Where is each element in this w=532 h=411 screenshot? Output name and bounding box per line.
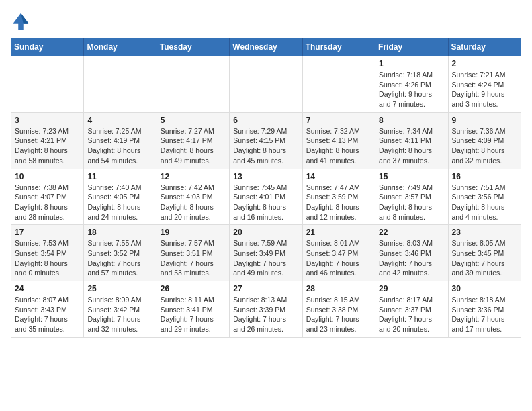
day-number: 18 (87, 228, 152, 237)
day-info: Sunrise: 8:13 AMSunset: 3:39 PMDaylight:… (233, 295, 298, 334)
day-info: Sunrise: 7:34 AMSunset: 4:11 PMDaylight:… (379, 126, 444, 166)
day-info: Sunrise: 7:38 AMSunset: 4:07 PMDaylight:… (15, 183, 80, 222)
calendar-cell: 22Sunrise: 8:03 AMSunset: 3:46 PMDayligh… (375, 225, 448, 281)
day-number: 24 (15, 284, 80, 293)
day-number: 11 (87, 172, 152, 181)
day-number: 17 (15, 228, 80, 237)
day-info: Sunrise: 8:17 AMSunset: 3:37 PMDaylight:… (379, 295, 444, 334)
calendar-cell: 16Sunrise: 7:51 AMSunset: 3:56 PMDayligh… (448, 169, 521, 225)
day-number: 8 (379, 116, 444, 125)
calendar-cell: 28Sunrise: 8:15 AMSunset: 3:38 PMDayligh… (302, 281, 375, 338)
calendar-cell: 5Sunrise: 7:27 AMSunset: 4:17 PMDaylight… (157, 112, 229, 169)
calendar-cell: 20Sunrise: 7:59 AMSunset: 3:49 PMDayligh… (230, 225, 302, 281)
logo-icon (11, 11, 31, 31)
day-info: Sunrise: 7:36 AMSunset: 4:09 PMDaylight:… (452, 126, 517, 166)
day-info: Sunrise: 7:21 AMSunset: 4:24 PMDaylight:… (452, 70, 517, 109)
calendar-cell: 18Sunrise: 7:55 AMSunset: 3:52 PMDayligh… (84, 225, 157, 281)
day-info: Sunrise: 7:49 AMSunset: 3:57 PMDaylight:… (379, 183, 444, 222)
day-info: Sunrise: 7:32 AMSunset: 4:13 PMDaylight:… (306, 126, 371, 166)
day-info: Sunrise: 8:11 AMSunset: 3:41 PMDaylight:… (161, 295, 226, 334)
calendar-cell: 7Sunrise: 7:32 AMSunset: 4:13 PMDaylight… (302, 112, 375, 169)
day-number: 9 (452, 116, 517, 125)
day-number: 27 (233, 284, 298, 293)
day-number: 3 (15, 116, 80, 125)
calendar-cell: 26Sunrise: 8:11 AMSunset: 3:41 PMDayligh… (157, 281, 229, 338)
weekday-header-tuesday: Tuesday (157, 38, 229, 56)
calendar-cell: 8Sunrise: 7:34 AMSunset: 4:11 PMDaylight… (375, 112, 448, 169)
calendar-cell: 9Sunrise: 7:36 AMSunset: 4:09 PMDaylight… (448, 112, 521, 169)
day-number: 4 (87, 116, 152, 125)
day-number: 29 (379, 284, 444, 293)
day-info: Sunrise: 7:27 AMSunset: 4:17 PMDaylight:… (161, 126, 226, 166)
calendar-cell: 30Sunrise: 8:18 AMSunset: 3:36 PMDayligh… (448, 281, 521, 338)
day-info: Sunrise: 7:29 AMSunset: 4:15 PMDaylight:… (233, 126, 298, 166)
calendar-cell: 1Sunrise: 7:18 AMSunset: 4:26 PMDaylight… (375, 56, 448, 113)
day-info: Sunrise: 7:23 AMSunset: 4:21 PMDaylight:… (15, 126, 80, 166)
day-number: 25 (87, 284, 152, 293)
calendar-cell (11, 56, 84, 113)
calendar-week-4: 17Sunrise: 7:53 AMSunset: 3:54 PMDayligh… (11, 225, 521, 281)
weekday-header-friday: Friday (375, 38, 448, 56)
day-number: 21 (306, 228, 371, 237)
calendar-cell: 2Sunrise: 7:21 AMSunset: 4:24 PMDaylight… (448, 56, 521, 113)
calendar-cell: 17Sunrise: 7:53 AMSunset: 3:54 PMDayligh… (11, 225, 84, 281)
weekday-header-wednesday: Wednesday (230, 38, 302, 56)
day-number: 2 (452, 59, 517, 68)
calendar-cell (302, 56, 375, 113)
calendar-week-1: 1Sunrise: 7:18 AMSunset: 4:26 PMDaylight… (11, 56, 521, 113)
day-number: 22 (379, 228, 444, 237)
calendar-cell: 19Sunrise: 7:57 AMSunset: 3:51 PMDayligh… (157, 225, 229, 281)
header (11, 11, 521, 31)
day-number: 26 (161, 284, 226, 293)
calendar-cell: 29Sunrise: 8:17 AMSunset: 3:37 PMDayligh… (375, 281, 448, 338)
day-number: 5 (161, 116, 226, 125)
calendar-cell: 24Sunrise: 8:07 AMSunset: 3:43 PMDayligh… (11, 281, 84, 338)
day-number: 12 (161, 172, 226, 181)
calendar-cell: 25Sunrise: 8:09 AMSunset: 3:42 PMDayligh… (84, 281, 157, 338)
day-number: 10 (15, 172, 80, 181)
calendar-cell (84, 56, 157, 113)
day-number: 23 (452, 228, 517, 237)
day-info: Sunrise: 8:05 AMSunset: 3:45 PMDaylight:… (452, 238, 517, 278)
day-info: Sunrise: 8:01 AMSunset: 3:47 PMDaylight:… (306, 238, 371, 278)
day-info: Sunrise: 7:47 AMSunset: 3:59 PMDaylight:… (306, 183, 371, 222)
calendar-cell: 13Sunrise: 7:45 AMSunset: 4:01 PMDayligh… (230, 169, 302, 225)
day-info: Sunrise: 7:55 AMSunset: 3:52 PMDaylight:… (87, 238, 152, 278)
calendar-week-3: 10Sunrise: 7:38 AMSunset: 4:07 PMDayligh… (11, 169, 521, 225)
day-number: 20 (233, 228, 298, 237)
calendar-cell: 12Sunrise: 7:42 AMSunset: 4:03 PMDayligh… (157, 169, 229, 225)
day-info: Sunrise: 7:42 AMSunset: 4:03 PMDaylight:… (161, 183, 226, 222)
day-info: Sunrise: 7:57 AMSunset: 3:51 PMDaylight:… (161, 238, 226, 278)
calendar-cell: 23Sunrise: 8:05 AMSunset: 3:45 PMDayligh… (448, 225, 521, 281)
logo (11, 11, 34, 31)
weekday-header-monday: Monday (84, 38, 157, 56)
day-number: 6 (233, 116, 298, 125)
day-number: 30 (452, 284, 517, 293)
day-number: 16 (452, 172, 517, 181)
day-number: 1 (379, 59, 444, 68)
day-info: Sunrise: 7:51 AMSunset: 3:56 PMDaylight:… (452, 183, 517, 222)
day-info: Sunrise: 7:18 AMSunset: 4:26 PMDaylight:… (379, 70, 444, 109)
calendar-cell: 4Sunrise: 7:25 AMSunset: 4:19 PMDaylight… (84, 112, 157, 169)
calendar-cell (230, 56, 302, 113)
calendar-cell: 3Sunrise: 7:23 AMSunset: 4:21 PMDaylight… (11, 112, 84, 169)
day-info: Sunrise: 7:59 AMSunset: 3:49 PMDaylight:… (233, 238, 298, 278)
calendar-cell: 10Sunrise: 7:38 AMSunset: 4:07 PMDayligh… (11, 169, 84, 225)
day-info: Sunrise: 7:53 AMSunset: 3:54 PMDaylight:… (15, 238, 80, 278)
day-info: Sunrise: 7:40 AMSunset: 4:05 PMDaylight:… (87, 183, 152, 222)
day-info: Sunrise: 8:09 AMSunset: 3:42 PMDaylight:… (87, 295, 152, 334)
day-info: Sunrise: 8:15 AMSunset: 3:38 PMDaylight:… (306, 295, 371, 334)
weekday-header-sunday: Sunday (11, 38, 84, 56)
calendar-cell: 11Sunrise: 7:40 AMSunset: 4:05 PMDayligh… (84, 169, 157, 225)
day-info: Sunrise: 8:07 AMSunset: 3:43 PMDaylight:… (15, 295, 80, 334)
weekday-header-thursday: Thursday (302, 38, 375, 56)
day-number: 13 (233, 172, 298, 181)
day-info: Sunrise: 8:18 AMSunset: 3:36 PMDaylight:… (452, 295, 517, 334)
day-number: 15 (379, 172, 444, 181)
calendar-cell: 15Sunrise: 7:49 AMSunset: 3:57 PMDayligh… (375, 169, 448, 225)
day-number: 28 (306, 284, 371, 293)
calendar: SundayMondayTuesdayWednesdayThursdayFrid… (11, 38, 521, 338)
weekday-header-row: SundayMondayTuesdayWednesdayThursdayFrid… (11, 38, 521, 56)
calendar-week-5: 24Sunrise: 8:07 AMSunset: 3:43 PMDayligh… (11, 281, 521, 338)
weekday-header-saturday: Saturday (448, 38, 521, 56)
